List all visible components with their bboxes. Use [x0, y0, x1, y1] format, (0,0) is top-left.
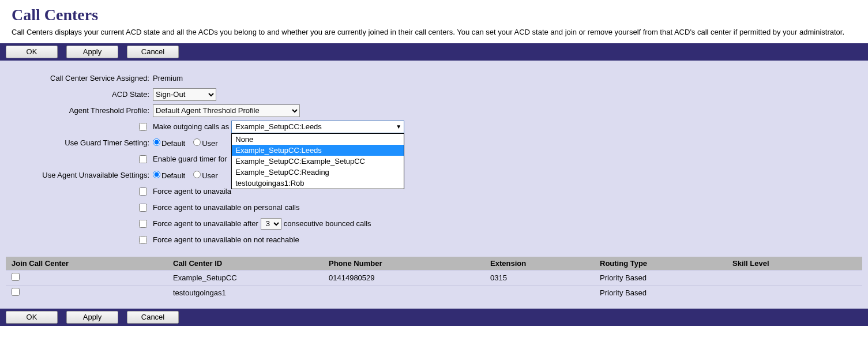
ok-button-bottom[interactable]: OK [6, 311, 58, 324]
outgoing-label: Make outgoing calls as [153, 122, 229, 131]
outgoing-option-none[interactable]: None [232, 134, 404, 145]
bottom-button-bar: OK Apply Cancel [0, 309, 868, 326]
page-description: Call Centers displays your current ACD s… [12, 27, 854, 37]
guard-timer-label: Use Guard Timer Setting: [6, 138, 153, 147]
cancel-button[interactable]: Cancel [127, 46, 179, 58]
guard-user-radio-label[interactable]: User [193, 138, 217, 148]
col-phone-header: Phone Number [323, 257, 484, 271]
top-button-bar: OK Apply Cancel [0, 43, 868, 61]
guard-user-radio[interactable] [193, 138, 201, 146]
cell-phone [323, 285, 484, 300]
force-dnd-label: Force agent to unavaila [153, 187, 231, 196]
cell-routing: Priority Based [594, 285, 727, 300]
call-center-table: Join Call Center Call Center ID Phone Nu… [6, 257, 862, 300]
table-row: Example_SetupCC 01414980529 0315 Priorit… [6, 270, 862, 285]
guard-default-radio[interactable] [153, 138, 160, 146]
outgoing-checkbox[interactable] [139, 123, 147, 131]
service-assigned-value: Premium [153, 74, 183, 82]
col-id-header: Call Center ID [167, 257, 323, 271]
cell-ext: 0315 [484, 270, 594, 285]
force-unreachable-checkbox[interactable] [139, 236, 147, 244]
acd-state-select[interactable]: Sign-Out [153, 88, 216, 101]
cell-skill [727, 270, 862, 285]
col-routing-header: Routing Type [594, 257, 727, 271]
table-row: testoutgoingas1 Priority Based [6, 285, 862, 300]
enable-guard-checkbox[interactable] [139, 155, 147, 163]
cell-id: testoutgoingas1 [167, 285, 323, 300]
force-dnd-checkbox[interactable] [139, 187, 147, 196]
col-ext-header: Extension [484, 257, 594, 271]
force-bounced-checkbox[interactable] [139, 220, 147, 228]
unavailable-settings-label: Use Agent Unavailable Settings: [6, 171, 153, 179]
cell-ext [484, 285, 594, 300]
join-checkbox[interactable] [12, 273, 20, 281]
cancel-button-bottom[interactable]: Cancel [127, 311, 179, 324]
guard-default-radio-label[interactable]: Default [153, 138, 185, 148]
unavail-default-radio-label[interactable]: Default [153, 171, 185, 180]
unavail-default-radio[interactable] [153, 171, 160, 178]
join-checkbox[interactable] [12, 288, 20, 296]
force-personal-label: Force agent to unavailable on personal c… [153, 203, 299, 212]
form-area: Call Center Service Assigned: Premium AC… [0, 61, 868, 309]
force-unreachable-label: Force agent to unavailable on not reacha… [153, 235, 299, 244]
apply-button-bottom[interactable]: Apply [66, 311, 118, 324]
force-bounced-pre-label: Force agent to unavailable after [153, 219, 258, 228]
outgoing-option-rob[interactable]: testoutgoingas1:Rob [232, 178, 404, 189]
unavail-user-radio-label[interactable]: User [193, 171, 217, 180]
cell-routing: Priority Based [594, 270, 727, 285]
outgoing-option-reading[interactable]: Example_SetupCC:Reading [232, 167, 404, 178]
cell-phone: 01414980529 [323, 270, 484, 285]
page-title: Call Centers [12, 6, 856, 24]
outgoing-option-leeds[interactable]: Example_SetupCC:Leeds [232, 145, 404, 156]
threshold-select[interactable]: Default Agent Threshold Profile [153, 104, 300, 117]
outgoing-selected-text: Example_SetupCC:Leeds [235, 122, 322, 131]
service-assigned-label: Call Center Service Assigned: [6, 74, 153, 82]
unavail-user-radio[interactable] [193, 171, 201, 178]
threshold-label: Agent Threshold Profile: [6, 106, 153, 115]
cell-skill [727, 285, 862, 300]
apply-button[interactable]: Apply [66, 46, 118, 58]
chevron-down-icon: ▼ [396, 123, 401, 130]
acd-state-label: ACD State: [6, 90, 153, 99]
bounced-count-select[interactable]: 3 [261, 218, 281, 230]
cell-id: Example_SetupCC [167, 270, 323, 285]
col-join-header: Join Call Center [6, 257, 167, 271]
enable-guard-label: Enable guard timer for [153, 155, 227, 163]
force-personal-checkbox[interactable] [139, 204, 147, 212]
ok-button[interactable]: OK [6, 46, 58, 58]
outgoing-dropdown: None Example_SetupCC:Leeds Example_Setup… [231, 133, 404, 189]
outgoing-select[interactable]: Example_SetupCC:Leeds ▼ [231, 121, 404, 133]
col-skill-header: Skill Level [727, 257, 862, 271]
outgoing-option-example[interactable]: Example_SetupCC:Example_SetupCC [232, 156, 404, 167]
force-bounced-post-label: consecutive bounced calls [284, 219, 371, 228]
